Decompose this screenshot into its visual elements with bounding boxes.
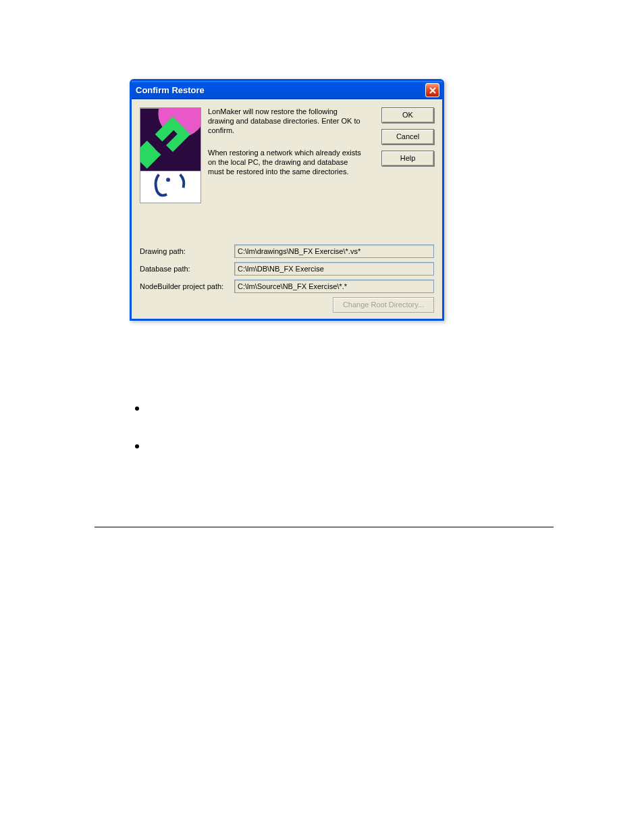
logo-image [140,107,201,203]
lonmaker-logo-icon [140,108,200,203]
drawing-path-row: Drawing path: C:\lm\drawings\NB_FX Exerc… [140,244,434,258]
nodebuilder-path-field: C:\lm\Source\NB_FX Exercise\*.* [234,280,434,293]
drawing-path-label: Drawing path: [140,247,234,255]
database-path-row: Database path: C:\lm\DB\NB_FX Exercise [140,262,434,276]
message-column: LonMaker will now restore the following … [208,107,375,203]
button-column: OK Cancel Help [381,107,434,203]
titlebar[interactable]: Confirm Restore [132,81,442,99]
top-area: LonMaker will now restore the following … [140,107,434,203]
database-path-label: Database path: [140,265,234,273]
paths-section: Drawing path: C:\lm\drawings\NB_FX Exerc… [140,244,434,313]
svg-point-6 [166,178,170,182]
close-icon [429,87,436,94]
help-button[interactable]: Help [381,151,434,166]
instruction-text-2: When restoring a network which already e… [208,149,363,176]
nodebuilder-path-row: NodeBuilder project path: C:\lm\Source\N… [140,280,434,293]
drawing-path-field: C:\lm\drawings\NB_FX Exercise\*.vs* [234,244,434,258]
bullet-icon [135,444,139,448]
ok-button[interactable]: OK [381,107,434,123]
change-root-button: Change Root Directory... [333,297,434,313]
bullet-list [135,407,139,482]
confirm-restore-dialog: Confirm Restore [130,79,444,321]
horizontal-rule [95,527,554,527]
database-path-field: C:\lm\DB\NB_FX Exercise [234,262,434,276]
instruction-text-1: LonMaker will now restore the following … [208,107,363,135]
change-root-row: Change Root Directory... [140,297,434,313]
nodebuilder-path-label: NodeBuilder project path: [140,282,234,290]
title-text: Confirm Restore [136,85,205,95]
cancel-button[interactable]: Cancel [381,129,434,145]
svg-rect-5 [140,171,200,202]
close-button[interactable] [425,83,439,97]
dialog-body: LonMaker will now restore the following … [132,99,442,319]
bullet-icon [135,407,139,411]
